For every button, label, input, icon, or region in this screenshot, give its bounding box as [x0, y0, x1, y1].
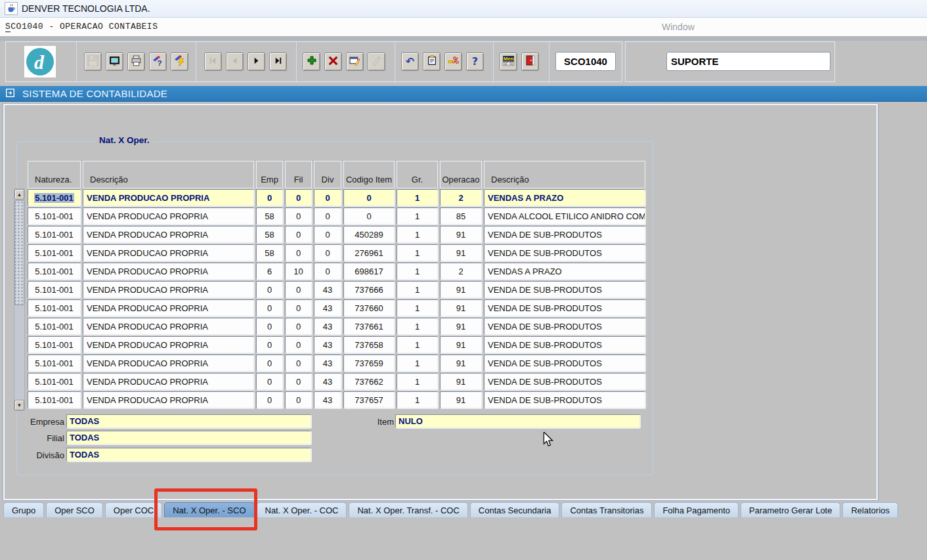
table-cell[interactable]: 1	[397, 318, 438, 335]
exit-button[interactable]	[521, 53, 539, 71]
program-code-field[interactable]	[555, 52, 616, 71]
table-row[interactable]: 5.101-001VENDA PRODUCAO PROPRIA004373765…	[28, 355, 645, 372]
table-cell[interactable]: 5.101-001	[28, 263, 81, 280]
tab-contas-transitorias[interactable]: Contas Transitorias	[561, 502, 652, 517]
table-cell[interactable]: 737662	[343, 373, 395, 390]
table-cell[interactable]: 91	[440, 244, 482, 261]
table-cell[interactable]: 0	[314, 207, 341, 225]
table-cell[interactable]: 0	[285, 226, 312, 243]
insert-record-button[interactable]	[303, 53, 320, 71]
print-screen-button[interactable]	[106, 53, 123, 71]
table-cell[interactable]: 737661	[343, 318, 395, 335]
table-cell[interactable]: 0	[285, 189, 312, 206]
table-row[interactable]: 5.101-001VENDA PRODUCAO PROPRIA004373766…	[28, 373, 645, 390]
table-cell[interactable]: VENDA PRODUCAO PROPRIA	[83, 299, 254, 316]
table-cell[interactable]: 0	[285, 244, 312, 261]
table-cell[interactable]: 1	[397, 391, 438, 408]
table-cell[interactable]: VENDA ALCOOL ETILICO ANIDRO COM	[484, 207, 645, 225]
table-row[interactable]: 5.101-001VENDA PRODUCAO PROPRIA004373766…	[28, 299, 645, 316]
next-record-button[interactable]	[248, 53, 265, 71]
table-cell[interactable]: 0	[314, 263, 341, 280]
table-cell[interactable]: 0	[285, 373, 312, 390]
filial-field[interactable]	[66, 431, 311, 444]
table-cell[interactable]: 91	[440, 281, 482, 298]
tab-folha-pagamento[interactable]: Folha Pagamento	[654, 502, 739, 517]
table-cell[interactable]: 737659	[343, 355, 395, 372]
clipboard-button[interactable]	[423, 53, 441, 71]
table-cell[interactable]: 0	[256, 355, 283, 372]
user-field[interactable]	[666, 52, 830, 71]
table-cell[interactable]: 91	[440, 299, 482, 316]
table-cell[interactable]: 0	[285, 299, 312, 316]
table-cell[interactable]: 58	[256, 207, 283, 225]
clear-record-button[interactable]	[368, 53, 385, 71]
tab-nat-x-oper-transf-coc[interactable]: Nat. X Oper. Transf. - COC	[349, 502, 467, 517]
table-cell[interactable]: VENDA PRODUCAO PROPRIA	[83, 189, 254, 206]
table-cell[interactable]: VENDA DE SUB-PRODUTOS	[484, 336, 645, 353]
table-cell[interactable]: 91	[440, 373, 482, 390]
table-cell[interactable]: 0	[256, 336, 283, 353]
first-record-button[interactable]	[204, 53, 222, 71]
table-cell[interactable]: 6	[256, 263, 283, 280]
table-cell[interactable]: 1	[397, 281, 438, 298]
table-cell[interactable]: 0	[256, 373, 283, 390]
table-cell[interactable]: 5.101-001	[28, 281, 81, 298]
table-cell[interactable]: 91	[440, 391, 482, 408]
table-cell[interactable]: 58	[256, 244, 283, 261]
table-cell[interactable]: 5.101-001	[28, 355, 81, 372]
table-cell[interactable]: VENDAS A PRAZO	[484, 189, 645, 206]
divisao-field[interactable]	[66, 448, 311, 462]
table-cell[interactable]: 737660	[343, 299, 395, 316]
table-cell[interactable]: 43	[314, 299, 341, 316]
save-button[interactable]	[84, 53, 102, 71]
table-cell[interactable]: VENDA PRODUCAO PROPRIA	[83, 263, 254, 280]
tab-grupo[interactable]: Grupo	[3, 502, 44, 517]
table-cell[interactable]: 5.101-001	[28, 226, 81, 243]
scrollbar-thumb[interactable]	[14, 200, 24, 305]
table-cell[interactable]: 1	[397, 373, 438, 390]
table-row[interactable]: 5.101-001VENDA PRODUCAO PROPRIA580027696…	[28, 244, 645, 261]
table-cell[interactable]: 1	[397, 189, 438, 206]
table-cell[interactable]: 91	[440, 226, 482, 243]
table-cell[interactable]: VENDA PRODUCAO PROPRIA	[83, 391, 254, 408]
tab-contas-secundaria[interactable]: Contas Secundaria	[470, 502, 560, 517]
table-cell[interactable]: 0	[285, 391, 312, 408]
table-cell[interactable]: 0	[314, 226, 341, 243]
table-cell[interactable]: VENDA PRODUCAO PROPRIA	[83, 373, 254, 390]
item-field[interactable]	[395, 414, 640, 428]
table-row[interactable]: 5.101-001VENDA PRODUCAO PROPRIA580045028…	[28, 226, 645, 243]
table-cell[interactable]: 2	[440, 263, 482, 280]
table-cell[interactable]: 5.101-001	[28, 189, 81, 206]
table-row[interactable]: 5.101-001VENDA PRODUCAO PROPRIA58000185V…	[28, 207, 645, 225]
table-cell[interactable]: VENDA PRODUCAO PROPRIA	[83, 336, 254, 353]
table-cell[interactable]: 5.101-001	[28, 207, 81, 225]
table-row[interactable]: 5.101-001VENDA PRODUCAO PROPRIA004373766…	[28, 318, 645, 335]
table-cell[interactable]: 0	[285, 207, 312, 225]
table-cell[interactable]: 698617	[343, 263, 395, 280]
table-cell[interactable]: 737666	[343, 281, 395, 298]
table-cell[interactable]: 450289	[343, 226, 395, 243]
table-row[interactable]: 5.101-001VENDA PRODUCAO PROPRIA004373765…	[28, 336, 645, 353]
window-menu[interactable]: Window	[662, 22, 695, 32]
table-cell[interactable]: VENDA PRODUCAO PROPRIA	[83, 226, 254, 243]
table-cell[interactable]: VENDA DE SUB-PRODUTOS	[484, 318, 645, 335]
table-cell[interactable]: 5.101-001	[28, 373, 81, 390]
table-cell[interactable]: 43	[314, 318, 341, 335]
table-cell[interactable]: 0	[256, 189, 283, 206]
table-cell[interactable]: 5.101-001	[28, 336, 81, 353]
table-cell[interactable]: VENDAS A PRAZO	[484, 263, 645, 280]
table-cell[interactable]: 58	[256, 226, 283, 243]
previous-record-button[interactable]	[226, 53, 244, 71]
print-button[interactable]	[127, 53, 145, 71]
table-cell[interactable]: 0	[343, 189, 395, 206]
table-cell[interactable]: 0	[256, 281, 283, 298]
table-cell[interactable]: 1	[397, 299, 438, 316]
table-row[interactable]: 5.101-001VENDA PRODUCAO PROPRIA004373765…	[28, 391, 645, 408]
table-cell[interactable]: VENDA DE SUB-PRODUTOS	[484, 391, 645, 408]
table-cell[interactable]: 1	[397, 226, 438, 243]
table-cell[interactable]: 5.101-001	[28, 391, 81, 408]
tab-oper-sco[interactable]: Oper SCO	[46, 502, 103, 517]
table-cell[interactable]: VENDA DE SUB-PRODUTOS	[484, 355, 645, 372]
table-cell[interactable]: 91	[440, 355, 482, 372]
table-cell[interactable]: 1	[397, 263, 438, 280]
